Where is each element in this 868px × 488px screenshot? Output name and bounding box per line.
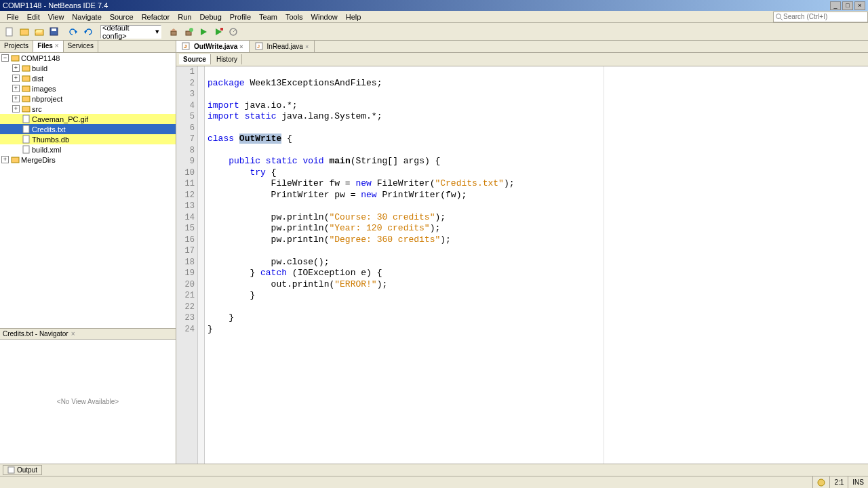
maximize-button[interactable]: □ — [842, 1, 853, 10]
new-file-button[interactable] — [3, 25, 16, 39]
svg-rect-24 — [22, 106, 30, 112]
svg-line-1 — [781, 18, 783, 20]
status-bar: 2:1 INS — [0, 476, 868, 488]
svg-marker-11 — [170, 28, 177, 31]
editor-tab[interactable]: J InRead.java × — [250, 41, 315, 52]
close-tab-icon[interactable]: × — [239, 43, 243, 50]
history-tab[interactable]: History — [212, 54, 242, 64]
menu-view[interactable]: View — [44, 12, 68, 22]
editor-toolbar: Source History — [176, 53, 868, 66]
menu-run[interactable]: Run — [174, 12, 195, 22]
status-position: 2:1 — [829, 476, 848, 488]
build-button[interactable] — [167, 25, 180, 39]
output-tab[interactable]: Output — [3, 465, 42, 475]
svg-marker-8 — [75, 30, 77, 34]
tree-item[interactable]: +nbproject — [0, 94, 176, 104]
menu-help[interactable]: Help — [342, 12, 366, 22]
expand-icon[interactable]: + — [12, 105, 20, 113]
java-file-icon: J — [255, 42, 264, 51]
menu-debug[interactable]: Debug — [195, 12, 225, 22]
expand-icon[interactable]: + — [12, 75, 20, 82]
tree-root-2[interactable]: + MergeDirs — [0, 155, 176, 165]
tab-projects[interactable]: Projects — [0, 41, 33, 52]
menu-tools[interactable]: Tools — [281, 12, 307, 22]
menu-team[interactable]: Team — [255, 12, 281, 22]
file-icon — [22, 145, 31, 154]
editor-tool-icon[interactable] — [272, 54, 283, 65]
svg-rect-29 — [12, 157, 19, 163]
svg-marker-9 — [84, 30, 86, 34]
svg-rect-12 — [186, 31, 191, 35]
collapse-icon[interactable]: − — [1, 54, 9, 62]
menu-refactor[interactable]: Refactor — [138, 12, 174, 22]
svg-rect-26 — [23, 125, 29, 133]
menu-navigate[interactable]: Navigate — [68, 12, 105, 22]
svg-rect-22 — [22, 86, 30, 92]
file-tree[interactable]: − COMP1148 +build +dist +images +nbproje… — [0, 53, 176, 328]
tree-root[interactable]: − COMP1148 — [0, 53, 176, 63]
source-tab[interactable]: Source — [179, 54, 211, 64]
folder-icon — [22, 74, 31, 83]
minimize-button[interactable]: _ — [830, 1, 841, 10]
menu-source[interactable]: Source — [106, 12, 138, 22]
expand-icon[interactable]: + — [12, 64, 20, 72]
svg-rect-19 — [12, 56, 19, 61]
search-box[interactable] — [773, 12, 868, 22]
config-combo[interactable]: <default config>▾ — [100, 25, 161, 39]
status-notify-icon[interactable] — [812, 476, 829, 488]
redo-button[interactable] — [81, 25, 95, 39]
menu-file[interactable]: File — [3, 12, 23, 22]
tree-item-selected[interactable]: Credits.txt — [0, 124, 176, 134]
file-icon — [22, 125, 31, 134]
menu-profile[interactable]: Profile — [226, 12, 255, 22]
folder-icon — [22, 84, 31, 93]
file-icon — [22, 115, 31, 123]
line-gutter: 123456789101112131415161718192021222324 — [176, 66, 198, 464]
debug-button[interactable] — [212, 25, 225, 39]
output-icon — [7, 466, 15, 474]
tree-item[interactable]: +src — [0, 104, 176, 114]
expand-icon[interactable]: + — [12, 85, 20, 92]
menu-bar: File Edit View Navigate Source Refactor … — [0, 11, 868, 23]
svg-rect-3 — [20, 29, 28, 35]
svg-rect-21 — [22, 76, 30, 81]
status-insert-mode: INS — [848, 476, 868, 488]
expand-icon[interactable]: + — [1, 156, 9, 163]
tree-item[interactable]: Caveman_PC.gif — [0, 114, 176, 124]
expand-icon[interactable]: + — [12, 95, 20, 102]
undo-button[interactable] — [66, 25, 80, 39]
new-project-button[interactable] — [18, 25, 31, 39]
close-tab-icon[interactable]: × — [305, 43, 309, 50]
run-button[interactable] — [197, 25, 210, 39]
menu-edit[interactable]: Edit — [23, 12, 44, 22]
svg-rect-27 — [23, 136, 29, 143]
code-content[interactable]: package Week13ExceptionsAndFiles; import… — [205, 66, 868, 464]
tab-files[interactable]: Files × — [33, 41, 63, 52]
editor-tool-icon[interactable] — [284, 54, 295, 65]
tree-item[interactable]: +build — [0, 63, 176, 73]
svg-rect-25 — [23, 115, 29, 123]
bottom-panel-tabs: Output — [0, 464, 868, 476]
editor-tool-icon[interactable] — [260, 54, 271, 65]
menu-window[interactable]: Window — [307, 12, 342, 22]
fold-column[interactable] — [198, 66, 205, 464]
clean-build-button[interactable] — [182, 25, 195, 39]
open-project-button[interactable] — [33, 25, 46, 39]
profile-button[interactable] — [226, 25, 240, 39]
svg-rect-34 — [8, 467, 14, 473]
tree-item[interactable]: Thumbs.db — [0, 134, 176, 144]
tree-item[interactable]: +images — [0, 83, 176, 94]
svg-rect-7 — [52, 28, 56, 31]
tree-item[interactable]: +dist — [0, 73, 176, 83]
tab-services[interactable]: Services — [64, 41, 98, 52]
svg-marker-14 — [201, 28, 207, 35]
editor-tab-active[interactable]: J OutWrite.java × — [176, 41, 250, 52]
close-icon[interactable]: × — [71, 330, 75, 338]
code-editor[interactable]: 123456789101112131415161718192021222324 … — [176, 66, 868, 464]
close-button[interactable]: × — [854, 1, 865, 10]
search-input[interactable] — [783, 13, 858, 20]
svg-point-0 — [776, 14, 781, 18]
tree-item[interactable]: build.xml — [0, 144, 176, 155]
save-all-button[interactable] — [47, 25, 61, 39]
editor-tool-icon[interactable] — [248, 54, 258, 65]
